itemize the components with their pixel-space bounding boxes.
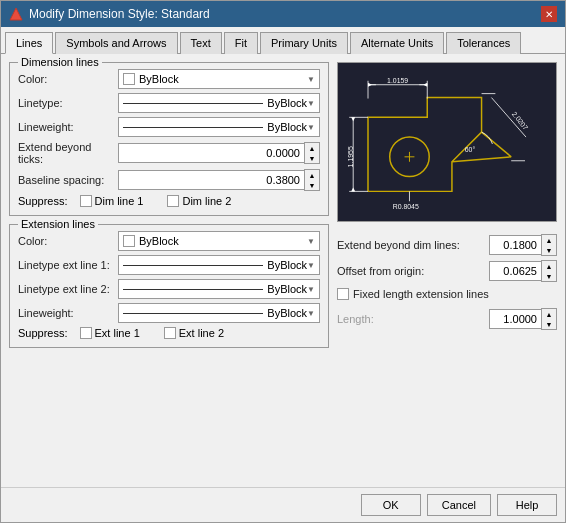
ext-suppress-label: Suppress: [18, 327, 68, 339]
ext-linetype2-line [123, 289, 263, 290]
ext-linetype1-dropdown[interactable]: ByBlock ▼ [118, 255, 320, 275]
extend-dim-spinner: ▲ ▼ [489, 234, 557, 256]
dim-extend-down[interactable]: ▼ [305, 153, 319, 163]
dim-lineweight-dropdown[interactable]: ByBlock ▼ [118, 117, 320, 137]
lineweight-line [123, 127, 263, 128]
close-button[interactable]: ✕ [541, 6, 557, 22]
ok-button[interactable]: OK [361, 494, 421, 516]
window-title: Modify Dimension Style: Standard [29, 7, 210, 21]
ext-color-swatch-wrap: ByBlock [123, 235, 179, 247]
tabs-bar: Lines Symbols and Arrows Text Fit Primar… [1, 27, 565, 54]
tab-text[interactable]: Text [180, 32, 222, 54]
dim-extend-up[interactable]: ▲ [305, 143, 319, 153]
ext-linetype2-row: Linetype ext line 2: ByBlock ▼ [18, 279, 320, 299]
dim-extend-input[interactable] [118, 143, 304, 163]
length-buttons: ▲ ▼ [541, 308, 557, 330]
ext-linetype1-inner: ByBlock [123, 259, 307, 271]
ext-line1-checkbox-item[interactable]: Ext line 1 [80, 327, 140, 339]
preview-svg: 1.0159 1.1955 [338, 63, 556, 221]
dim-color-arrow: ▼ [307, 75, 315, 84]
linetype-line [123, 103, 263, 104]
dim-line1-checkbox[interactable] [80, 195, 92, 207]
fixed-length-label: Fixed length extension lines [353, 288, 489, 300]
extend-dim-up[interactable]: ▲ [542, 235, 556, 245]
app-icon [9, 7, 23, 21]
dim-color-swatch: ByBlock [123, 73, 179, 85]
ext-line1-checkbox[interactable] [80, 327, 92, 339]
tab-lines[interactable]: Lines [5, 32, 53, 54]
tab-symbols[interactable]: Symbols and Arrows [55, 32, 177, 54]
dimension-lines-group: Dimension lines Color: ByBlock ▼ [9, 62, 329, 216]
dim-line2-checkbox[interactable] [167, 195, 179, 207]
ext-line2-label: Ext line 2 [179, 327, 224, 339]
ext-lineweight-label: Lineweight: [18, 307, 118, 319]
length-up[interactable]: ▲ [542, 309, 556, 319]
dim-extend-buttons: ▲ ▼ [304, 142, 320, 164]
svg-text:60°: 60° [465, 146, 476, 153]
offset-origin-input[interactable] [489, 261, 541, 281]
dim-lineweight-arrow: ▼ [307, 123, 315, 132]
tab-tolerances[interactable]: Tolerances [446, 32, 521, 54]
dim-baseline-buttons: ▲ ▼ [304, 169, 320, 191]
cancel-button[interactable]: Cancel [427, 494, 491, 516]
title-bar-left: Modify Dimension Style: Standard [9, 7, 210, 21]
ext-linetype2-dropdown[interactable]: ByBlock ▼ [118, 279, 320, 299]
tab-alternate-units[interactable]: Alternate Units [350, 32, 444, 54]
ext-color-row: Color: ByBlock ▼ [18, 231, 320, 251]
length-input[interactable] [489, 309, 541, 329]
dim-lineweight-label: Lineweight: [18, 121, 118, 133]
right-fields: Extend beyond dim lines: ▲ ▼ Offset from… [337, 234, 557, 330]
length-down[interactable]: ▼ [542, 319, 556, 329]
extend-dim-input[interactable] [489, 235, 541, 255]
main-window: Modify Dimension Style: Standard ✕ Lines… [0, 0, 566, 523]
ext-lineweight-row: Lineweight: ByBlock ▼ [18, 303, 320, 323]
svg-rect-1 [338, 63, 555, 221]
dim-color-dropdown[interactable]: ByBlock ▼ [118, 69, 320, 89]
length-label: Length: [337, 313, 374, 325]
ext-color-label: Color: [18, 235, 118, 247]
dim-baseline-up[interactable]: ▲ [305, 170, 319, 180]
dimension-lines-label: Dimension lines [18, 56, 102, 68]
dim-extend-spinner: ▲ ▼ [118, 142, 320, 164]
dim-linetype-arrow: ▼ [307, 99, 315, 108]
dim-baseline-input[interactable] [118, 170, 304, 190]
help-button[interactable]: Help [497, 494, 557, 516]
dim-linetype-dropdown[interactable]: ByBlock ▼ [118, 93, 320, 113]
dim-linetype-row: Linetype: ByBlock ▼ [18, 93, 320, 113]
color-swatch-white [123, 73, 135, 85]
ext-linetype1-arrow: ▼ [307, 261, 315, 270]
ext-linetype1-label: Linetype ext line 1: [18, 259, 118, 271]
ext-lineweight-dropdown[interactable]: ByBlock ▼ [118, 303, 320, 323]
offset-origin-up[interactable]: ▲ [542, 261, 556, 271]
ext-line2-checkbox[interactable] [164, 327, 176, 339]
dim-baseline-label: Baseline spacing: [18, 174, 118, 186]
svg-text:1.0159: 1.0159 [387, 77, 408, 84]
length-row: Length: ▲ ▼ [337, 308, 557, 330]
tab-fit[interactable]: Fit [224, 32, 258, 54]
ext-line2-checkbox-item[interactable]: Ext line 2 [164, 327, 224, 339]
ext-line1-label: Ext line 1 [95, 327, 140, 339]
offset-origin-down[interactable]: ▼ [542, 271, 556, 281]
ext-linetype2-arrow: ▼ [307, 285, 315, 294]
extend-dim-down[interactable]: ▼ [542, 245, 556, 255]
dim-baseline-down[interactable]: ▼ [305, 180, 319, 190]
tab-primary-units[interactable]: Primary Units [260, 32, 348, 54]
fixed-length-checkbox[interactable] [337, 288, 349, 300]
dim-extend-label: Extend beyond ticks: [18, 141, 118, 165]
dim-line2-checkbox-item[interactable]: Dim line 2 [167, 195, 231, 207]
dim-line1-checkbox-item[interactable]: Dim line 1 [80, 195, 144, 207]
ext-color-dropdown[interactable]: ByBlock ▼ [118, 231, 320, 251]
content-area: Dimension lines Color: ByBlock ▼ [1, 54, 565, 487]
dim-lineweight-row: Lineweight: ByBlock ▼ [18, 117, 320, 137]
dim-lineweight-inner: ByBlock [123, 121, 307, 133]
svg-text:R0.8045: R0.8045 [393, 203, 419, 210]
ext-linetype2-label: Linetype ext line 2: [18, 283, 118, 295]
ext-color-swatch [123, 235, 135, 247]
dim-extend-row: Extend beyond ticks: ▲ ▼ [18, 141, 320, 165]
dim-line2-label: Dim line 2 [182, 195, 231, 207]
preview-box: 1.0159 1.1955 [337, 62, 557, 222]
offset-origin-row: Offset from origin: ▲ ▼ [337, 260, 557, 282]
dim-color-label: Color: [18, 73, 118, 85]
offset-origin-buttons: ▲ ▼ [541, 260, 557, 282]
offset-origin-spinner: ▲ ▼ [489, 260, 557, 282]
